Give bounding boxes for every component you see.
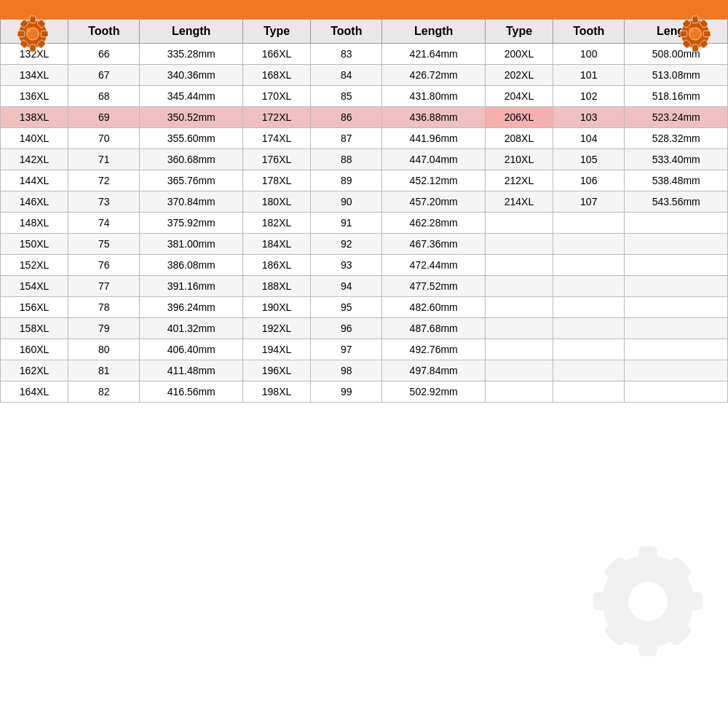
gear-left-icon <box>7 6 58 60</box>
table-cell: 99 <box>311 381 382 403</box>
svg-rect-29 <box>663 555 693 585</box>
table-row: 136XL68345.44mm170XL85431.80mm204XL10251… <box>1 86 728 107</box>
table-cell: 186XL <box>242 255 310 276</box>
table-cell <box>485 360 553 381</box>
table-cell: 69 <box>68 107 140 128</box>
table-cell: 194XL <box>242 339 310 360</box>
table-cell: 83 <box>311 44 382 65</box>
table-cell <box>625 339 728 360</box>
col-length-1: Length <box>140 20 242 44</box>
table-cell: 538.48mm <box>625 170 728 191</box>
table-cell: 462.28mm <box>382 213 485 234</box>
svg-rect-14 <box>692 44 698 52</box>
table-cell: 447.04mm <box>382 149 485 170</box>
table-cell <box>625 381 728 403</box>
table-cell: 90 <box>311 191 382 213</box>
table-cell: 214XL <box>485 191 553 213</box>
table-cell: 152XL <box>1 255 68 276</box>
table-cell: 482.60mm <box>382 297 485 318</box>
table-cell: 477.52mm <box>382 276 485 297</box>
table-cell: 200XL <box>485 44 553 65</box>
table-cell: 101 <box>553 65 625 86</box>
table-row: 156XL78396.24mm190XL95482.60mm <box>1 297 728 318</box>
svg-rect-4 <box>17 31 25 36</box>
table-cell: 198XL <box>242 381 310 403</box>
table-cell: 416.56mm <box>140 381 242 403</box>
table-cell <box>625 360 728 381</box>
table-cell: 140XL <box>1 128 68 149</box>
table-cell: 172XL <box>242 107 310 128</box>
svg-rect-24 <box>638 546 657 569</box>
table-cell: 156XL <box>1 297 68 318</box>
table-cell: 79 <box>68 318 140 339</box>
table-cell: 134XL <box>1 65 68 86</box>
table-cell <box>485 297 553 318</box>
svg-rect-3 <box>30 44 36 52</box>
table-cell: 71 <box>68 149 140 170</box>
svg-point-22 <box>602 555 694 647</box>
table-cell: 95 <box>311 297 382 318</box>
table-row: 164XL82416.56mm198XL99502.92mm <box>1 381 728 403</box>
table-cell: 105 <box>553 149 625 170</box>
table-cell: 190XL <box>242 297 310 318</box>
table-cell: 164XL <box>1 381 68 403</box>
table-cell: 543.56mm <box>625 191 728 213</box>
table-row: 154XL77391.16mm188XL94477.52mm <box>1 276 728 297</box>
table-cell: 396.24mm <box>140 297 242 318</box>
table-cell: 431.80mm <box>382 86 485 107</box>
table-row: 150XL75381.00mm184XL92467.36mm <box>1 234 728 255</box>
table-cell: 180XL <box>242 191 310 213</box>
table-cell <box>553 213 625 234</box>
table-cell: 472.44mm <box>382 255 485 276</box>
svg-rect-13 <box>692 16 698 23</box>
table-header-row: Type Tooth Length Type Tooth Length Type… <box>1 20 728 44</box>
svg-rect-28 <box>603 555 633 585</box>
table-cell: 202XL <box>485 65 553 86</box>
svg-rect-25 <box>638 633 657 656</box>
table-cell: 528.32mm <box>625 128 728 149</box>
table-cell <box>485 339 553 360</box>
table-cell: 162XL <box>1 360 68 381</box>
table-cell <box>553 234 625 255</box>
table-cell: 386.08mm <box>140 255 242 276</box>
table-cell: 94 <box>311 276 382 297</box>
table-cell: 497.84mm <box>382 360 485 381</box>
table-row: 148XL74375.92mm182XL91462.28mm <box>1 213 728 234</box>
table-cell <box>553 255 625 276</box>
table-cell: 142XL <box>1 149 68 170</box>
col-type-2: Type <box>242 20 310 44</box>
table-cell: 66 <box>68 44 140 65</box>
table-cell: 421.64mm <box>382 44 485 65</box>
gear-right-icon <box>670 6 721 60</box>
table-cell: 67 <box>68 65 140 86</box>
table-cell: 148XL <box>1 213 68 234</box>
table-row: 152XL76386.08mm186XL93472.44mm <box>1 255 728 276</box>
col-tooth-2: Tooth <box>311 20 382 44</box>
table-cell: 96 <box>311 318 382 339</box>
table-row: 162XL81411.48mm196XL98497.84mm <box>1 360 728 381</box>
svg-rect-30 <box>603 618 633 648</box>
svg-rect-31 <box>663 618 693 648</box>
table-cell: 70 <box>68 128 140 149</box>
table-cell: 88 <box>311 149 382 170</box>
table-cell: 81 <box>68 360 140 381</box>
table-row: 160XL80406.40mm194XL97492.76mm <box>1 339 728 360</box>
table-cell: 340.36mm <box>140 65 242 86</box>
table-cell: 107 <box>553 191 625 213</box>
timing-belt-table: Type Tooth Length Type Tooth Length Type… <box>0 19 728 403</box>
table-cell: 150XL <box>1 234 68 255</box>
svg-rect-5 <box>41 31 48 36</box>
table-cell: 381.00mm <box>140 234 242 255</box>
table-cell <box>625 234 728 255</box>
table-cell: 487.68mm <box>382 318 485 339</box>
table-cell: 104 <box>553 128 625 149</box>
table-cell <box>485 255 553 276</box>
table-cell: 174XL <box>242 128 310 149</box>
table-cell: 523.24mm <box>625 107 728 128</box>
svg-rect-2 <box>30 16 36 23</box>
table-cell <box>553 360 625 381</box>
table-cell: 97 <box>311 339 382 360</box>
table-cell: 166XL <box>242 44 310 65</box>
table-cell: 204XL <box>485 86 553 107</box>
table-cell: 138XL <box>1 107 68 128</box>
